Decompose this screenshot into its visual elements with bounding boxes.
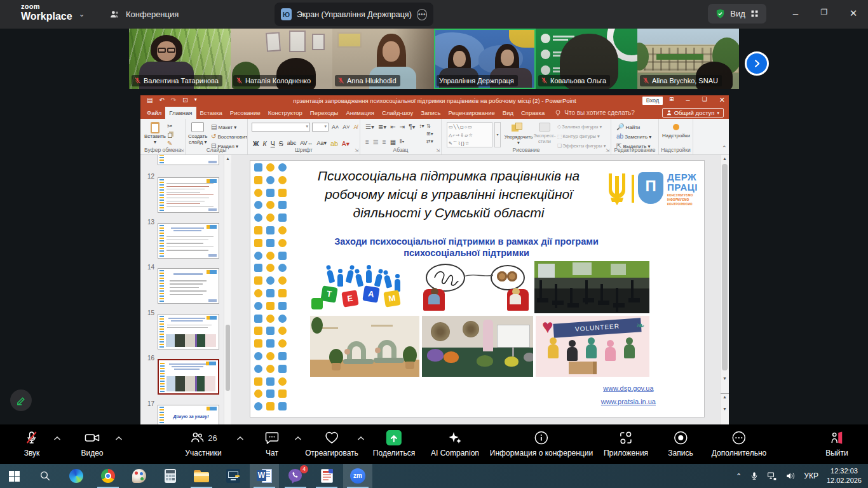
slide-link-2[interactable]: www.pratsia.in.ua: [601, 398, 656, 405]
shape-outline-button[interactable]: ⬚Контур фигуры ▾: [557, 133, 600, 139]
ppt-minimize-button[interactable]: –: [686, 96, 690, 104]
ppt-share-button[interactable]: Общий доступ▾: [662, 108, 724, 118]
font-name-box[interactable]: ▾: [252, 123, 310, 132]
tray-mic-icon[interactable]: [750, 471, 759, 480]
ppt-tab-Рецензирование[interactable]: Рецензирование: [444, 107, 498, 119]
toolbar-video[interactable]: Видео: [81, 429, 103, 458]
taskbar-zoom-app-icon[interactable]: zm: [343, 464, 372, 488]
layout-button[interactable]: ▤Макет ▾: [211, 123, 236, 130]
slide-thumbnail-14[interactable]: [158, 268, 219, 304]
slide-thumbnail-13[interactable]: [158, 223, 219, 259]
ppt-slide-panel[interactable]: 121314151617Дякую за увагу!▲: [140, 155, 231, 424]
clock[interactable]: 12:32:03 12.02.2026: [827, 466, 862, 485]
participant-tile-3[interactable]: Anna Hlukhodid: [332, 29, 434, 89]
slide-scrollbar[interactable]: ▲▼▲▼: [720, 155, 729, 424]
participant-tile-1[interactable]: Валентина Татаринова: [129, 29, 231, 89]
taskbar-edge-icon[interactable]: [62, 464, 91, 488]
shapes-gallery[interactable]: ▭╲╲◻○▭△⌐⇨⇩▱☆✎⌒⌇{}☆: [447, 122, 492, 147]
slide-thumbnail-11[interactable]: [158, 155, 219, 165]
view-button[interactable]: Вид: [708, 4, 766, 24]
taskbar-explorer-icon[interactable]: [187, 464, 216, 488]
ppt-tab-Файл[interactable]: Файл: [143, 107, 165, 119]
ppt-tellme[interactable]: Что вы хотите сделать?: [548, 107, 635, 119]
taskbar-chrome-icon[interactable]: [93, 464, 123, 488]
taskbar-start-icon[interactable]: [0, 464, 29, 488]
toolbar-share[interactable]: Поделиться: [373, 429, 415, 458]
ppt-tab-Анимация[interactable]: Анимация: [342, 107, 378, 119]
annotate-button[interactable]: [10, 390, 32, 411]
cut-icon[interactable]: ✂: [167, 123, 174, 130]
ppt-tab-Рисование[interactable]: Рисование: [226, 107, 264, 119]
participant-tile-6[interactable]: Alina Brychko, SNAU: [637, 29, 739, 89]
toolbar-chat[interactable]: Чат: [264, 429, 280, 458]
toolbar-info[interactable]: Информация о конференции: [490, 429, 593, 458]
taskbar-search-icon[interactable]: [31, 464, 60, 488]
tab-shared-screen[interactable]: Ю Экран (Управління Держпраця) •••: [275, 3, 433, 26]
slide-thumbnail-15[interactable]: [158, 314, 219, 349]
restore-button[interactable]: ❐: [815, 8, 834, 17]
ppt-signin-button[interactable]: Вход: [642, 97, 663, 105]
tray-volume-icon[interactable]: [785, 471, 796, 480]
toolbar-record[interactable]: Запись: [668, 429, 693, 458]
reset-button[interactable]: ↺Восстановить: [211, 133, 248, 140]
ppt-tab-Запись[interactable]: Запись: [417, 107, 444, 119]
toolbar-chevron-participants[interactable]: [236, 436, 244, 441]
screen-tab-options-icon[interactable]: •••: [417, 9, 427, 20]
new-slide-button[interactable]: Создатьслайд ▾: [188, 122, 207, 145]
toolbar-chevron-chat[interactable]: [294, 436, 302, 441]
minimize-button[interactable]: –: [786, 8, 805, 18]
slide-thumbnail-16[interactable]: [158, 359, 219, 395]
taskbar-word-icon[interactable]: W: [250, 464, 279, 488]
tray-expand-icon[interactable]: ⌃: [736, 472, 742, 480]
arrange-button[interactable]: Упорядочить▾: [504, 123, 533, 146]
quick-styles-button[interactable]: Экспресс-стили: [533, 123, 556, 144]
participant-tile-2[interactable]: Наталія Колодненко: [231, 29, 332, 89]
toolbar-chevron-video[interactable]: [115, 436, 123, 441]
taskbar-calc-icon[interactable]: [156, 464, 185, 488]
paste-button[interactable]: Вставить▾: [144, 122, 166, 145]
font-size-box[interactable]: ▾: [312, 123, 329, 132]
slide-link-1[interactable]: www.dsp.gov.ua: [601, 384, 656, 392]
shapes-scroll[interactable]: ▾: [494, 122, 501, 147]
copy-icon[interactable]: [168, 133, 172, 138]
ppt-ribbon-options-icon[interactable]: ⊞: [669, 96, 674, 104]
tray-network-icon[interactable]: [767, 471, 777, 480]
format-painter-icon[interactable]: ✎: [167, 140, 174, 147]
ppt-close-button[interactable]: ✕: [719, 96, 725, 104]
toolbar-chevron-mic-muted[interactable]: [53, 436, 61, 441]
ppt-tab-Справка[interactable]: Справка: [517, 107, 548, 119]
toolbar-more[interactable]: Дополнительно: [712, 429, 766, 458]
toolbar-leave[interactable]: Выйти: [825, 429, 848, 458]
next-participants-button[interactable]: [745, 51, 769, 76]
taskbar-viber-icon[interactable]: 4: [281, 464, 310, 488]
toolbar-ai[interactable]: AI Companion: [431, 429, 479, 458]
language-indicator[interactable]: УКР: [804, 471, 818, 480]
replace-button[interactable]: abЗаменить ▾: [616, 133, 651, 140]
ppt-tab-Главная[interactable]: Главная: [165, 107, 196, 119]
panel-scrollbar[interactable]: ▲: [224, 155, 231, 424]
taskbar-remote-icon[interactable]: [219, 464, 248, 488]
participant-tile-4[interactable]: Управління Держпраця: [434, 29, 536, 89]
shape-fill-button[interactable]: ◇Заливка фигуры ▾: [557, 124, 602, 130]
ppt-tab-Слайд-шоу[interactable]: Слайд-шоу: [378, 107, 417, 119]
slide-thumbnail-17[interactable]: Дякую за увагу!: [158, 405, 219, 425]
ppt-tab-Переходы[interactable]: Переходы: [306, 107, 342, 119]
slide-thumbnail-12[interactable]: [158, 177, 219, 213]
close-button[interactable]: ✕: [844, 8, 863, 19]
ppt-tab-Вид[interactable]: Вид: [499, 107, 517, 119]
toolbar-mic-muted[interactable]: Звук: [24, 429, 40, 458]
taskbar-paint-icon[interactable]: [125, 464, 154, 488]
participant-tile-5[interactable]: Ковальова Ольга: [536, 29, 637, 89]
addins-button[interactable]: Надстройки: [659, 124, 693, 139]
toolbar-react[interactable]: Отреагировать: [305, 429, 358, 458]
taskbar-doc-icon[interactable]: [312, 464, 341, 488]
ribbon-collapse-icon[interactable]: ⌃: [722, 145, 727, 151]
find-button[interactable]: 🔎Найти: [616, 123, 640, 130]
ppt-restore-button[interactable]: ❏: [702, 96, 707, 104]
toolbar-apps[interactable]: Приложения: [604, 429, 648, 458]
tab-meeting[interactable]: Конференция: [109, 5, 179, 23]
toolbar-chevron-react[interactable]: [357, 436, 365, 441]
logo-chevron-icon[interactable]: ⌄: [79, 10, 85, 18]
toolbar-participants[interactable]: 26Участники: [185, 429, 221, 458]
ppt-tab-Конструктор[interactable]: Конструктор: [264, 107, 306, 119]
